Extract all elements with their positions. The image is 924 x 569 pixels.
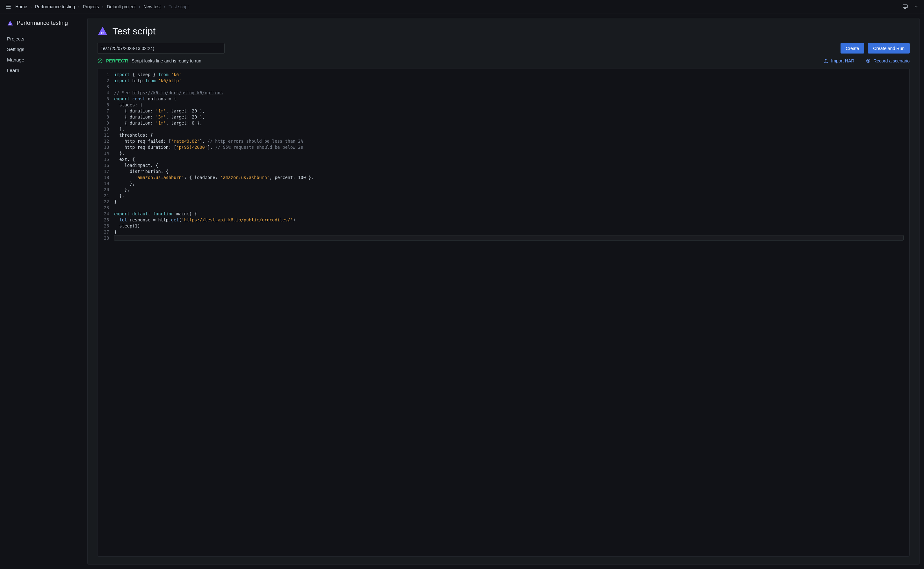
k6-logo-icon: k6 xyxy=(7,20,14,26)
k6-logo-icon: k6 xyxy=(97,26,108,37)
create-and-run-button[interactable]: Create and Run xyxy=(868,43,910,53)
kiosk-mode-button[interactable] xyxy=(901,3,909,11)
svg-rect-3 xyxy=(903,5,907,8)
status-perfect-label: PERFECT! xyxy=(106,58,128,63)
record-icon xyxy=(866,58,871,63)
line-number-gutter: 1234567891011121314151617181920212223242… xyxy=(97,68,113,556)
hamburger-icon xyxy=(5,3,11,10)
sidebar-title[interactable]: k6 Performance testing xyxy=(7,20,76,26)
sidebar-item-projects[interactable]: Projects xyxy=(7,33,76,44)
main-panel: k6 Test script Create Create and Run PER… xyxy=(87,18,919,564)
chevron-right-icon: › xyxy=(30,4,32,9)
import-har-label: Import HAR xyxy=(831,58,854,63)
breadcrumb-item-new-test[interactable]: New test xyxy=(143,4,161,9)
sidebar-item-learn[interactable]: Learn xyxy=(7,65,76,76)
status-message: Script looks fine and is ready to run xyxy=(132,58,201,63)
chevron-right-icon: › xyxy=(164,4,166,9)
check-circle-icon xyxy=(97,58,103,64)
svg-point-13 xyxy=(868,60,869,61)
sidebar-item-manage[interactable]: Manage xyxy=(7,55,76,65)
breadcrumb-item-performance-testing[interactable]: Performance testing xyxy=(35,4,75,9)
monitor-icon xyxy=(902,4,908,9)
top-bar: Home› Performance testing› Projects› Def… xyxy=(0,0,924,14)
breadcrumb-item-default-project[interactable]: Default project xyxy=(107,4,135,9)
chevron-right-icon: › xyxy=(102,4,104,9)
code-editor[interactable]: 1234567891011121314151617181920212223242… xyxy=(97,68,910,557)
record-scenario-label: Record a scenario xyxy=(873,58,910,63)
chevron-right-icon: › xyxy=(78,4,80,9)
breadcrumb: Home› Performance testing› Projects› Def… xyxy=(15,4,189,9)
breadcrumb-item-projects[interactable]: Projects xyxy=(83,4,99,9)
page-title: Test script xyxy=(113,26,155,37)
sidebar: k6 Performance testing Projects Settings… xyxy=(0,14,83,569)
code-content[interactable]: import { sleep } from 'k6' import http f… xyxy=(113,68,909,556)
more-dropdown-button[interactable] xyxy=(912,3,920,11)
svg-text:k6: k6 xyxy=(9,23,11,25)
chevron-right-icon: › xyxy=(139,4,140,9)
cursor-line[interactable] xyxy=(114,235,904,240)
breadcrumb-item-home[interactable]: Home xyxy=(15,4,27,9)
svg-text:k6: k6 xyxy=(101,32,104,35)
create-button[interactable]: Create xyxy=(840,43,864,53)
menu-toggle-button[interactable] xyxy=(4,2,13,11)
chevron-down-icon xyxy=(913,4,919,9)
import-har-button[interactable]: Import HAR xyxy=(823,58,854,63)
record-scenario-button[interactable]: Record a scenario xyxy=(866,58,910,63)
test-name-input[interactable] xyxy=(97,43,225,53)
breadcrumb-current: Test script xyxy=(169,4,189,9)
sidebar-item-settings[interactable]: Settings xyxy=(7,44,76,55)
sidebar-title-label: Performance testing xyxy=(17,20,68,26)
upload-icon xyxy=(823,58,828,63)
svg-point-10 xyxy=(98,59,102,63)
